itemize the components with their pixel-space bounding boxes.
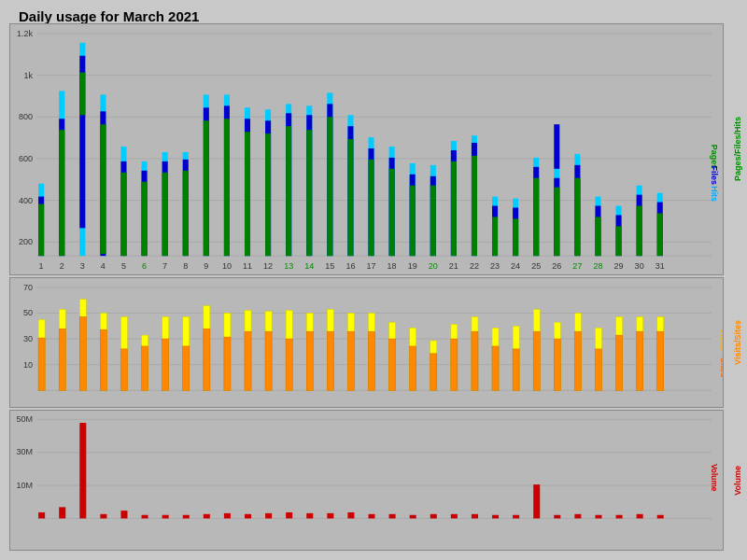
svg-rect-235 <box>327 513 333 519</box>
svg-text:400: 400 <box>19 196 33 205</box>
svg-rect-237 <box>369 514 375 519</box>
svg-rect-18 <box>59 130 64 256</box>
svg-rect-84 <box>513 218 518 256</box>
pages-label: Pages/Files/Hits <box>733 117 742 181</box>
svg-rect-240 <box>430 514 437 519</box>
svg-rect-231 <box>245 514 251 519</box>
svg-rect-179 <box>327 331 333 390</box>
svg-rect-57 <box>327 117 332 256</box>
svg-text:27: 27 <box>572 261 582 271</box>
svg-rect-191 <box>451 339 458 390</box>
svg-rect-193 <box>472 331 478 390</box>
svg-rect-242 <box>472 514 478 519</box>
svg-rect-175 <box>286 339 292 390</box>
svg-rect-177 <box>306 331 313 390</box>
svg-rect-187 <box>410 346 416 390</box>
svg-rect-230 <box>224 513 231 519</box>
svg-rect-155 <box>79 316 86 390</box>
svg-text:1k: 1k <box>24 71 34 80</box>
svg-rect-91 <box>554 124 559 169</box>
svg-text:26: 26 <box>552 261 561 271</box>
svg-rect-90 <box>554 188 559 256</box>
bottom-chart-label: Volume <box>733 410 742 551</box>
svg-text:25: 25 <box>531 261 541 271</box>
svg-text:3: 3 <box>80 261 85 271</box>
svg-rect-39 <box>204 120 209 256</box>
svg-rect-239 <box>410 515 416 519</box>
svg-rect-211 <box>657 331 664 390</box>
svg-rect-165 <box>183 346 190 390</box>
svg-rect-30 <box>142 182 148 256</box>
svg-rect-21 <box>79 73 85 116</box>
svg-rect-221 <box>38 512 45 519</box>
svg-text:4: 4 <box>101 261 106 271</box>
main-container: Daily usage for March 2021 1.2k 1k 800 6… <box>0 0 747 560</box>
svg-rect-15 <box>38 204 44 257</box>
svg-text:31: 31 <box>655 261 665 271</box>
middle-chart-label: Visits/Sites <box>733 277 742 408</box>
svg-rect-81 <box>492 217 498 256</box>
svg-rect-233 <box>286 512 292 519</box>
svg-rect-247 <box>574 514 581 519</box>
svg-text:30: 30 <box>23 334 33 343</box>
svg-rect-45 <box>245 132 250 256</box>
svg-rect-251 <box>657 515 664 519</box>
svg-text:200: 200 <box>19 237 33 246</box>
svg-rect-66 <box>389 169 395 256</box>
svg-text:12: 12 <box>263 261 273 271</box>
svg-text:14: 14 <box>304 261 314 271</box>
svg-rect-169 <box>224 337 231 390</box>
svg-rect-227 <box>162 515 169 519</box>
svg-rect-199 <box>533 331 540 390</box>
svg-text:6: 6 <box>142 261 147 271</box>
svg-rect-153 <box>59 329 65 390</box>
svg-rect-24 <box>100 124 106 254</box>
svg-rect-245 <box>533 484 540 518</box>
svg-rect-87 <box>533 178 539 256</box>
svg-rect-94 <box>574 178 580 256</box>
svg-text:5: 5 <box>121 261 126 271</box>
svg-text:20: 20 <box>429 261 438 271</box>
svg-rect-205 <box>595 349 601 390</box>
svg-text:7: 7 <box>162 261 167 271</box>
chart-top: 1.2k 1k 800 600 400 200 <box>9 23 724 275</box>
svg-rect-203 <box>574 331 581 390</box>
svg-text:17: 17 <box>366 261 375 271</box>
svg-text:18: 18 <box>388 261 397 271</box>
svg-text:19: 19 <box>408 261 417 271</box>
svg-rect-157 <box>100 329 106 390</box>
svg-rect-207 <box>616 335 623 390</box>
svg-rect-173 <box>265 331 272 390</box>
svg-rect-234 <box>306 513 313 519</box>
svg-rect-236 <box>347 512 354 519</box>
svg-rect-151 <box>38 338 45 390</box>
chart-area: 1.2k 1k 800 600 400 200 <box>9 23 724 551</box>
svg-text:24: 24 <box>511 261 520 271</box>
svg-rect-167 <box>204 329 210 390</box>
svg-rect-97 <box>595 217 600 256</box>
svg-rect-244 <box>513 515 519 519</box>
svg-rect-224 <box>100 514 106 519</box>
visits-label: Visits/Sites <box>733 320 742 365</box>
svg-rect-48 <box>265 133 271 256</box>
svg-text:22: 22 <box>470 261 479 271</box>
svg-text:10: 10 <box>23 360 33 370</box>
svg-rect-78 <box>472 156 477 256</box>
top-chart-svg: 1.2k 1k 800 600 400 200 <box>10 24 723 274</box>
svg-text:16: 16 <box>345 261 355 271</box>
svg-rect-36 <box>183 171 189 256</box>
svg-text:50: 50 <box>23 308 33 317</box>
svg-rect-249 <box>616 515 623 519</box>
svg-text:30M: 30M <box>17 448 34 457</box>
svg-rect-226 <box>142 515 148 519</box>
svg-text:Sites: Sites <box>719 357 723 377</box>
svg-rect-163 <box>162 339 169 390</box>
svg-rect-159 <box>120 349 127 390</box>
svg-rect-100 <box>616 226 622 256</box>
svg-rect-161 <box>142 346 148 390</box>
svg-rect-75 <box>451 161 457 256</box>
svg-text:11: 11 <box>243 261 252 271</box>
svg-text:Files: Files <box>710 166 719 185</box>
svg-rect-241 <box>451 514 458 519</box>
svg-rect-248 <box>595 515 601 519</box>
